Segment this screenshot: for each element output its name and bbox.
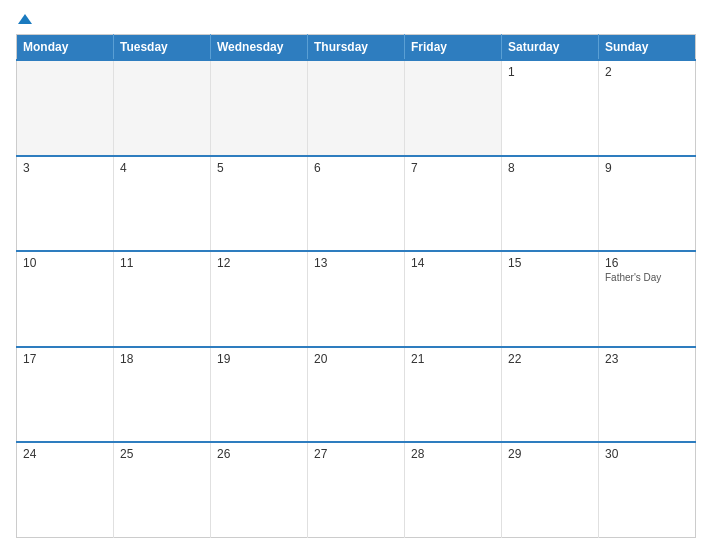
logo-blue bbox=[16, 12, 32, 26]
day-number: 22 bbox=[508, 352, 592, 366]
day-cell bbox=[308, 60, 405, 155]
week-row-5: 24252627282930 bbox=[17, 442, 696, 537]
day-number: 3 bbox=[23, 161, 107, 175]
day-cell: 22 bbox=[502, 347, 599, 442]
calendar-page: MondayTuesdayWednesdayThursdayFridaySatu… bbox=[0, 0, 712, 550]
day-cell: 12 bbox=[211, 251, 308, 346]
day-number: 23 bbox=[605, 352, 689, 366]
day-number: 18 bbox=[120, 352, 204, 366]
weekday-tuesday: Tuesday bbox=[114, 35, 211, 61]
day-number: 7 bbox=[411, 161, 495, 175]
day-number: 12 bbox=[217, 256, 301, 270]
day-number: 20 bbox=[314, 352, 398, 366]
weekday-wednesday: Wednesday bbox=[211, 35, 308, 61]
day-cell: 27 bbox=[308, 442, 405, 537]
day-cell: 8 bbox=[502, 156, 599, 251]
day-number: 25 bbox=[120, 447, 204, 461]
week-row-3: 10111213141516Father's Day bbox=[17, 251, 696, 346]
day-number: 10 bbox=[23, 256, 107, 270]
calendar-table: MondayTuesdayWednesdayThursdayFridaySatu… bbox=[16, 34, 696, 538]
day-cell: 1 bbox=[502, 60, 599, 155]
day-number: 26 bbox=[217, 447, 301, 461]
day-number: 8 bbox=[508, 161, 592, 175]
day-cell bbox=[211, 60, 308, 155]
day-cell: 4 bbox=[114, 156, 211, 251]
day-cell bbox=[405, 60, 502, 155]
day-number: 16 bbox=[605, 256, 689, 270]
day-cell: 7 bbox=[405, 156, 502, 251]
day-cell: 18 bbox=[114, 347, 211, 442]
day-number: 24 bbox=[23, 447, 107, 461]
day-cell: 5 bbox=[211, 156, 308, 251]
day-cell: 16Father's Day bbox=[599, 251, 696, 346]
day-number: 17 bbox=[23, 352, 107, 366]
day-cell: 13 bbox=[308, 251, 405, 346]
logo-triangle-icon bbox=[18, 14, 32, 24]
day-cell: 30 bbox=[599, 442, 696, 537]
day-cell: 10 bbox=[17, 251, 114, 346]
day-cell: 29 bbox=[502, 442, 599, 537]
day-number: 4 bbox=[120, 161, 204, 175]
day-cell: 24 bbox=[17, 442, 114, 537]
week-row-1: 12 bbox=[17, 60, 696, 155]
day-cell: 14 bbox=[405, 251, 502, 346]
day-number: 9 bbox=[605, 161, 689, 175]
weekday-sunday: Sunday bbox=[599, 35, 696, 61]
day-cell: 21 bbox=[405, 347, 502, 442]
day-number: 2 bbox=[605, 65, 689, 79]
day-number: 29 bbox=[508, 447, 592, 461]
day-number: 5 bbox=[217, 161, 301, 175]
weekday-friday: Friday bbox=[405, 35, 502, 61]
weekday-thursday: Thursday bbox=[308, 35, 405, 61]
day-cell: 17 bbox=[17, 347, 114, 442]
day-number: 11 bbox=[120, 256, 204, 270]
calendar-header bbox=[16, 12, 696, 26]
day-number: 27 bbox=[314, 447, 398, 461]
day-cell: 20 bbox=[308, 347, 405, 442]
day-number: 14 bbox=[411, 256, 495, 270]
day-cell: 28 bbox=[405, 442, 502, 537]
day-number: 15 bbox=[508, 256, 592, 270]
week-row-2: 3456789 bbox=[17, 156, 696, 251]
day-number: 28 bbox=[411, 447, 495, 461]
week-row-4: 17181920212223 bbox=[17, 347, 696, 442]
day-cell: 11 bbox=[114, 251, 211, 346]
day-number: 30 bbox=[605, 447, 689, 461]
day-cell: 15 bbox=[502, 251, 599, 346]
day-cell bbox=[17, 60, 114, 155]
day-cell: 25 bbox=[114, 442, 211, 537]
day-number: 6 bbox=[314, 161, 398, 175]
day-cell: 6 bbox=[308, 156, 405, 251]
day-number: 19 bbox=[217, 352, 301, 366]
day-cell: 26 bbox=[211, 442, 308, 537]
day-cell: 9 bbox=[599, 156, 696, 251]
weekday-header-row: MondayTuesdayWednesdayThursdayFridaySatu… bbox=[17, 35, 696, 61]
day-number: 21 bbox=[411, 352, 495, 366]
day-event: Father's Day bbox=[605, 272, 689, 283]
day-cell bbox=[114, 60, 211, 155]
day-cell: 2 bbox=[599, 60, 696, 155]
logo bbox=[16, 12, 32, 26]
day-cell: 23 bbox=[599, 347, 696, 442]
weekday-monday: Monday bbox=[17, 35, 114, 61]
day-number: 13 bbox=[314, 256, 398, 270]
day-cell: 19 bbox=[211, 347, 308, 442]
day-cell: 3 bbox=[17, 156, 114, 251]
day-number: 1 bbox=[508, 65, 592, 79]
weekday-saturday: Saturday bbox=[502, 35, 599, 61]
